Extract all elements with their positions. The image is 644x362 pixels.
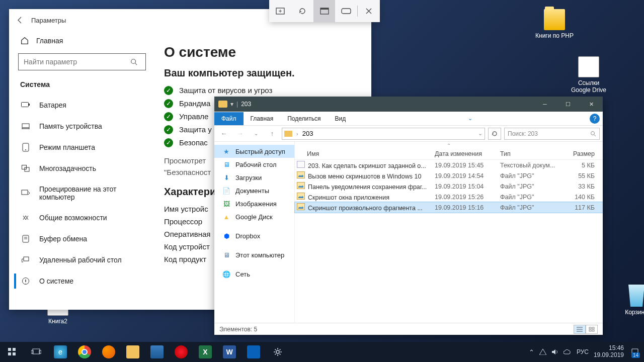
taskbar-excel[interactable]: X — [193, 342, 217, 362]
taskbar-opera[interactable] — [169, 342, 193, 362]
tray-volume-icon[interactable] — [551, 349, 558, 355]
tray-chevron-icon[interactable]: ⌃ — [529, 348, 534, 356]
navpane-item-рабочий-стол[interactable]: 🖥Рабочий стол — [214, 158, 294, 171]
snip-rect-button[interactable] — [269, 0, 291, 22]
snip-freeform-button[interactable] — [335, 0, 357, 22]
file-row[interactable]: Скриншот произвольного фрагмента ...19.0… — [295, 202, 603, 213]
file-row[interactable]: 203. Как сделать скриншот заданной о...1… — [295, 160, 603, 170]
taskview-button[interactable] — [24, 342, 48, 362]
tray-language[interactable]: РУС — [577, 348, 589, 355]
desktop-icon-корзина[interactable]: Корзина — [616, 285, 644, 316]
nav-item-буфер-обмена[interactable]: Буфер обмена — [14, 228, 150, 249]
ribbon-expand-icon[interactable]: ⌄ — [468, 115, 472, 122]
address-chevron-icon[interactable]: ⌄ — [478, 130, 482, 137]
ribbon-tab-главная[interactable]: Главная — [244, 112, 281, 125]
status-label: Защита у — [179, 125, 212, 134]
nav-fwd-button[interactable]: → — [233, 130, 247, 137]
pc-icon: 🖥 — [222, 251, 230, 259]
file-row[interactable]: Вызов меню скриншотов в Windows 1019.09.… — [295, 170, 603, 181]
navpane-item-изображения[interactable]: 🖼Изображения — [214, 197, 294, 210]
file-icon — [297, 182, 305, 189]
nav-item-батарея[interactable]: Батарея — [14, 95, 150, 116]
settings-search[interactable] — [18, 53, 146, 70]
taskbar-folder[interactable] — [145, 342, 169, 362]
tray-notif-count: 14 — [631, 352, 640, 358]
maximize-button[interactable]: ☐ — [556, 97, 580, 112]
navpane-label: Dropbox — [235, 232, 260, 240]
navpane-label: Изображения — [235, 200, 277, 208]
taskbar-support[interactable] — [242, 342, 266, 362]
navpane-item-загрузки[interactable]: ⬇Загрузки — [214, 171, 294, 184]
column-header[interactable]: Имя — [297, 150, 435, 157]
nav-item-icon — [21, 101, 30, 110]
desktop-icon-ссылки-google-drive[interactable]: Ссылки Google Drive — [569, 56, 609, 94]
quickaccess-pin-icon[interactable]: ▾ — [230, 101, 233, 108]
status-label: Управле — [179, 112, 208, 121]
taskbar-edge[interactable]: e — [48, 342, 72, 362]
nav-history-button[interactable]: ⌄ — [250, 131, 263, 136]
nav-item-icon — [21, 213, 30, 222]
explorer-search[interactable]: Поиск: 203 — [504, 128, 600, 140]
file-icon — [297, 203, 305, 210]
navpane-item-сеть[interactable]: 🌐Сеть — [214, 267, 294, 281]
tray-clock[interactable]: 15:46 19.09.2019 — [594, 345, 624, 359]
nav-item-многозадачность[interactable]: Многозадачность — [14, 158, 150, 179]
column-header[interactable]: Размер — [566, 150, 601, 157]
gd-icon: ▲ — [222, 213, 230, 221]
nav-item-о-системе[interactable]: О системе — [14, 270, 150, 292]
taskbar-settings[interactable] — [266, 342, 290, 362]
navpane-item-документы[interactable]: 📄Документы — [214, 184, 294, 197]
settings-search-input[interactable] — [19, 58, 130, 66]
minimize-button[interactable]: ─ — [533, 97, 556, 112]
nav-back-button[interactable]: ← — [217, 130, 230, 137]
star-icon: ★ — [222, 147, 230, 155]
start-button[interactable] — [0, 342, 24, 362]
view-large-icons-button[interactable] — [586, 325, 598, 334]
ribbon-help-button[interactable]: ? — [590, 114, 600, 124]
nav-item-label: О системе — [39, 277, 73, 285]
navpane-item-быстрый-доступ[interactable]: ★Быстрый доступ — [214, 145, 294, 158]
address-refresh-button[interactable] — [488, 128, 501, 140]
nav-home[interactable]: Главная — [14, 31, 150, 50]
tray-notifications[interactable]: 14 — [629, 346, 641, 358]
nav-item-проецирование-на-этот-компьютер[interactable]: Проецирование на этот компьютер — [14, 179, 150, 207]
tray-onedrive-icon[interactable] — [564, 349, 572, 354]
navpane-item-этот-компьютер[interactable]: 🖥Этот компьютер — [214, 248, 294, 261]
file-row[interactable]: Скриншот окна приложения19.09.2019 15:26… — [295, 192, 603, 202]
close-button[interactable]: ✕ — [580, 97, 603, 112]
nav-up-button[interactable]: ↑ — [266, 130, 279, 137]
snip-window-button[interactable] — [313, 0, 336, 22]
taskbar-chrome[interactable] — [72, 342, 97, 362]
column-header[interactable]: Дата изменения — [435, 150, 500, 157]
ribbon-tab-файл[interactable]: Файл — [214, 112, 244, 125]
navpane-item-dropbox[interactable]: ⬢Dropbox — [214, 229, 294, 242]
column-headers[interactable]: ИмяДата измененияТипРазмер — [295, 148, 603, 160]
settings-protected-heading: Ваш компьютер защищен. — [164, 67, 361, 79]
ribbon-tab-поделиться[interactable]: Поделиться — [280, 112, 328, 125]
nav-item-icon — [21, 234, 30, 243]
nav-item-режим-планшета[interactable]: Режим планшета — [14, 137, 150, 158]
down-icon: ⬇ — [222, 173, 230, 182]
file-row[interactable]: Панель уведомления сохранения фраг...19.… — [295, 181, 603, 192]
snip-close-button[interactable] — [358, 0, 380, 22]
address-input[interactable]: › 203 ⌄ — [282, 128, 485, 140]
nav-item-память-устройства[interactable]: Память устройства — [14, 116, 150, 137]
explorer-title-text: 203 — [241, 101, 251, 108]
explorer-titlebar[interactable]: ▾ | 203 ─ ☐ ✕ — [214, 97, 603, 112]
back-icon[interactable] — [16, 16, 24, 24]
column-header[interactable]: Тип — [500, 150, 566, 157]
taskbar-firefox[interactable] — [97, 342, 121, 362]
desktop-icon-книги-по-php[interactable]: Книги по PHP — [534, 9, 575, 39]
nav-item-удаленный-рабочий-стол[interactable]: Удаленный рабочий стол — [14, 249, 150, 270]
view-details-button[interactable] — [574, 325, 586, 334]
navpane-item-google-диск[interactable]: ▲Google Диск — [214, 210, 294, 223]
tray-network-icon[interactable] — [539, 349, 546, 355]
snip-refresh-button[interactable] — [291, 0, 313, 22]
navpane-label: Этот компьютер — [235, 251, 284, 259]
ribbon-tab-вид[interactable]: Вид — [328, 112, 353, 125]
nav-item-общие-возможности[interactable]: Общие возможности — [14, 207, 150, 228]
collapse-group-icon[interactable]: ⌃ — [295, 142, 603, 148]
taskbar-explorer[interactable] — [121, 342, 145, 362]
taskbar-word[interactable]: W — [217, 342, 242, 362]
file-date: 19.09.2019 15:16 — [435, 204, 500, 211]
